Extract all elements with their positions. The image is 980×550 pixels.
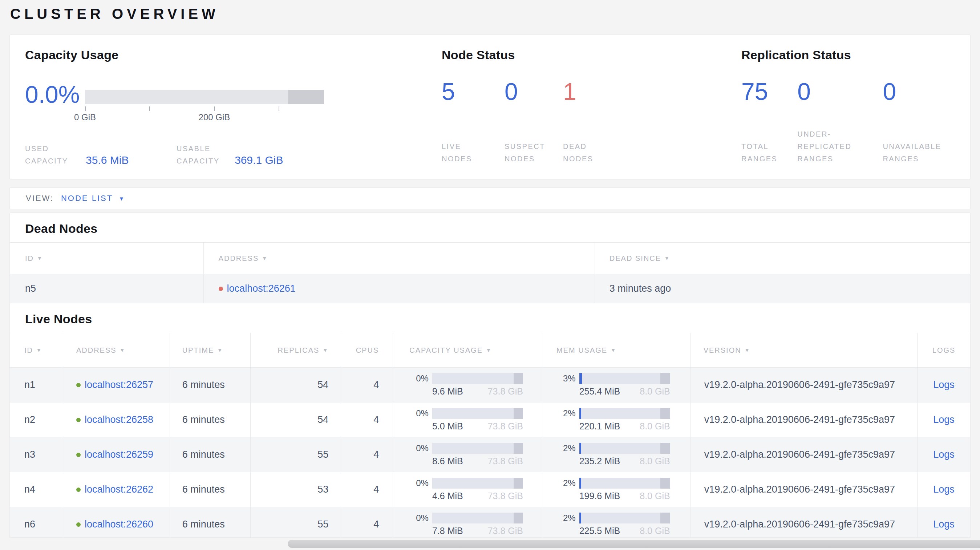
live-node-uptime: 6 minutes [170,507,250,538]
live-header-address[interactable]: ADDRESS▼ [63,333,170,367]
live-node-replicas: 55 [250,437,341,472]
live-node-cpus: 4 [341,472,393,507]
chevron-down-icon[interactable]: ▼ [119,196,124,202]
live-node-replicas: 53 [250,472,341,507]
capacity-axis-ticks [85,105,324,111]
live-status-dot-icon [76,488,81,492]
mem-bar-track [579,443,670,454]
live-node-id: n4 [10,472,63,507]
mem-percent-label: 2% [563,478,576,488]
capacity-percent-label: 0% [416,513,429,523]
live-node-mem-cell: 3% 255.4 MiB 8.0 GiB [542,368,690,402]
live-node-id: n3 [10,437,63,472]
replication-status-section: Replication Status 75 TOTAL RANGES 0 UND… [741,48,974,165]
live-node-address-link[interactable]: localhost:26260 [84,519,153,530]
live-node-address-link[interactable]: localhost:26259 [84,449,153,460]
live-node-capacity-cell: 0% 7.8 MiB 73.8 GiB [393,507,542,538]
live-node-cpus: 4 [341,437,393,472]
dead-nodes-section-title: Dead Nodes [25,222,970,236]
live-node-address-cell: localhost:26258 [63,402,170,437]
capacity-usage-section: Capacity Usage 0.0% 0 GiB 200 GiB [25,48,381,167]
view-selector-bar: VIEW: NODE LIST ▼ [10,188,970,209]
live-header-replicas[interactable]: REPLICAS▼ [250,333,341,367]
live-node-cpus: 4 [341,507,393,538]
capacity-total-value: 73.8 GiB [488,491,523,501]
nodes-tables-card: Dead Nodes ID▼ ADDRESS▼ DEAD SINCE▼ n5 l… [10,213,970,538]
logs-link[interactable]: Logs [933,449,955,460]
sort-desc-icon[interactable]: ▼ [37,255,43,261]
dead-node-address-link[interactable]: localhost:26261 [227,283,296,294]
capacity-used-value: 9.6 MiB [432,386,463,397]
mem-bar-reserved-segment [660,513,670,523]
live-header-cpus: CPUS [341,333,393,367]
live-header-version[interactable]: VERSION▼ [690,333,917,367]
mem-usage-meter: 2% 220.1 MiB 8.0 GiB [563,408,670,432]
view-label: VIEW: [26,194,54,203]
sort-desc-icon[interactable]: ▼ [217,347,223,353]
live-header-id[interactable]: ID▼ [10,333,63,367]
sort-desc-icon[interactable]: ▼ [323,347,328,353]
sort-desc-icon[interactable]: ▼ [36,347,42,353]
mem-bar-reserved-segment [660,373,670,384]
mem-percent-label: 3% [563,374,576,384]
used-capacity-value: 35.6 MiB [86,154,177,167]
live-node-row: n6 localhost:26260 6 minutes 55 4 0% 7.8… [10,507,970,538]
unavailable-ranges-label: UNAVAILABLE RANGES [883,140,974,165]
mem-total-value: 8.0 GiB [640,421,670,432]
sort-desc-icon[interactable]: ▼ [120,347,126,353]
cluster-overview-page: CLUSTER OVERVIEW Capacity Usage 0.0% 0 G… [0,0,980,550]
live-node-uptime: 6 minutes [170,472,250,507]
live-node-mem-cell: 2% 225.5 MiB 8.0 GiB [542,507,690,538]
mem-total-value: 8.0 GiB [640,386,670,397]
under-replicated-ranges-stat: 0 UNDER-REPLICATED RANGES [797,79,883,165]
logs-link[interactable]: Logs [933,379,955,391]
capacity-bar-track [432,513,523,523]
mem-bar-reserved-segment [660,478,670,489]
live-node-row: n2 localhost:26258 6 minutes 54 4 0% 5.0… [10,402,970,437]
live-node-mem-cell: 2% 220.1 MiB 8.0 GiB [542,402,690,437]
capacity-bar-reserved-segment [514,408,523,419]
page-title: CLUSTER OVERVIEW [10,6,219,22]
logs-link[interactable]: Logs [933,484,955,495]
live-node-capacity-cell: 0% 4.6 MiB 73.8 GiB [393,472,542,507]
view-dropdown[interactable]: NODE LIST [61,194,113,203]
mem-bar-track [579,408,670,419]
logs-link[interactable]: Logs [933,519,955,530]
mem-bar-track [579,513,670,523]
live-node-logs-cell: Logs [917,368,970,402]
live-node-address-link[interactable]: localhost:26258 [84,414,153,425]
live-node-cpus: 4 [341,368,393,402]
capacity-percent-label: 0% [416,409,429,418]
sort-desc-icon[interactable]: ▼ [664,255,670,261]
live-node-row: n3 localhost:26259 6 minutes 55 4 0% 8.6… [10,437,970,472]
dead-header-id[interactable]: ID▼ [10,243,204,274]
logs-link[interactable]: Logs [933,414,955,425]
capacity-bar-reserved-segment [288,90,324,104]
live-header-capacity-usage[interactable]: CAPACITY USAGE▼ [393,333,542,367]
dead-header-dead-since[interactable]: DEAD SINCE▼ [595,243,970,274]
sort-desc-icon[interactable]: ▼ [486,347,492,353]
used-capacity-label: USED CAPACITY [25,142,86,167]
live-node-logs-cell: Logs [917,507,970,538]
live-header-uptime[interactable]: UPTIME▼ [170,333,250,367]
live-node-mem-cell: 2% 235.2 MiB 8.0 GiB [542,437,690,472]
capacity-usage-meter: 0% 5.0 MiB 73.8 GiB [416,408,523,432]
dead-header-address[interactable]: ADDRESS▼ [204,243,595,274]
sort-desc-icon[interactable]: ▼ [611,347,616,353]
live-node-address-link[interactable]: localhost:26262 [84,484,153,495]
sort-desc-icon[interactable]: ▼ [745,347,751,353]
node-status-section: Node Status 5 LIVE NODES 0 SUSPECT NODES… [442,48,718,165]
mem-bar-track [579,373,670,384]
dead-nodes-stat: 1 DEAD NODES [563,79,636,165]
live-node-uptime: 6 minutes [170,437,250,472]
live-status-dot-icon [76,522,81,527]
dead-nodes-header-row: ID▼ ADDRESS▼ DEAD SINCE▼ [10,243,970,274]
mem-bar-fill [579,373,582,384]
sort-desc-icon[interactable]: ▼ [262,255,268,261]
horizontal-scrollbar-thumb[interactable] [288,540,980,548]
live-node-version: v19.2.0-alpha.20190606-2491-gfe735c9a97 [690,368,917,402]
live-node-address-link[interactable]: localhost:26257 [84,379,153,391]
live-nodes-rows: n1 localhost:26257 6 minutes 54 4 0% 9.6… [10,368,970,538]
live-node-replicas: 54 [250,368,341,402]
live-header-mem-usage[interactable]: MEM USAGE▼ [542,333,690,367]
